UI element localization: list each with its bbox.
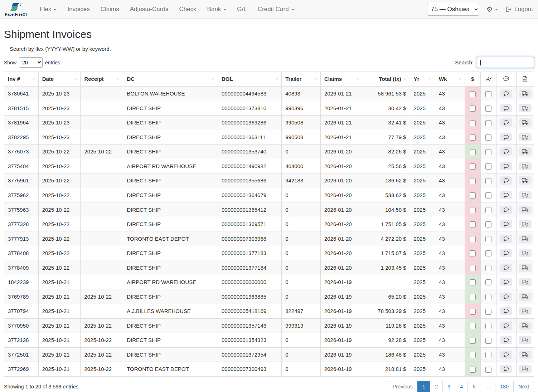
paid-checkbox[interactable] (470, 120, 476, 126)
paid-checkbox[interactable] (470, 236, 476, 242)
comment-button[interactable] (500, 220, 512, 228)
comment-button[interactable] (500, 104, 512, 112)
verified-checkbox[interactable] (485, 309, 491, 315)
page-button-3[interactable]: 3 (442, 381, 455, 392)
col-header-bol[interactable]: BOL↓↑ (218, 72, 282, 87)
comment-button[interactable] (500, 264, 512, 272)
shipment-pdf-button[interactable] (519, 307, 532, 315)
paid-checkbox[interactable] (470, 250, 476, 256)
shipment-pdf-button[interactable] (519, 118, 532, 127)
shipment-pdf-button[interactable] (519, 351, 532, 359)
comment-button[interactable] (500, 249, 512, 257)
page-button-180[interactable]: 180 (495, 381, 514, 392)
settings-menu[interactable]: ⚙ (486, 6, 498, 13)
comment-button[interactable] (500, 278, 512, 286)
page-button-1[interactable]: 1 (417, 381, 430, 392)
comment-button[interactable] (500, 133, 512, 141)
verified-checkbox[interactable] (485, 91, 491, 97)
paid-checkbox[interactable] (470, 207, 476, 213)
paid-checkbox[interactable] (470, 149, 476, 155)
comment-button[interactable] (500, 176, 512, 185)
verified-checkbox[interactable] (485, 236, 491, 242)
col-header-total[interactable]: Total (tx)↓↑ (363, 72, 410, 87)
page-length-select[interactable]: 20 (19, 57, 43, 68)
page-button-4[interactable]: 4 (455, 381, 468, 392)
paid-checkbox[interactable] (470, 192, 476, 199)
paid-checkbox[interactable] (470, 352, 476, 358)
paid-checkbox[interactable] (470, 221, 476, 227)
logout-button[interactable]: Logout (505, 6, 533, 13)
brand-logo[interactable]: PaperFreeCT (5, 2, 27, 16)
comment-button[interactable] (500, 365, 512, 373)
col-header-wk[interactable]: Wk↓↑ (435, 72, 465, 87)
nav-item-bank[interactable]: Bank (202, 0, 232, 18)
col-header-receipt[interactable]: Receipt↓↑ (81, 72, 123, 87)
page-button-2[interactable]: 2 (430, 381, 443, 392)
verified-checkbox[interactable] (485, 250, 491, 256)
shipment-pdf-button[interactable] (519, 336, 532, 344)
nav-item-g-l[interactable]: G/L (232, 0, 252, 18)
nav-item-flex[interactable]: Flex (34, 0, 62, 18)
comment-button[interactable] (500, 235, 512, 243)
nav-item-invoices[interactable]: Invoices (62, 0, 95, 18)
nav-item-check[interactable]: Check (174, 0, 202, 18)
page-button-5[interactable]: 5 (467, 381, 480, 392)
shipment-pdf-button[interactable] (519, 365, 532, 373)
col-header-claims[interactable]: Claims↓↑ (320, 72, 363, 87)
comment-button[interactable] (500, 293, 512, 301)
search-input[interactable] (477, 57, 534, 68)
shipment-pdf-button[interactable] (519, 176, 532, 185)
verified-checkbox[interactable] (485, 120, 491, 126)
store-select[interactable]: 75 — Oshawa (427, 3, 479, 16)
verified-checkbox[interactable] (485, 367, 491, 373)
paid-checkbox[interactable] (470, 91, 476, 97)
shipment-pdf-button[interactable] (519, 220, 532, 228)
shipment-pdf-button[interactable] (519, 206, 532, 214)
comment-button[interactable] (500, 322, 512, 330)
col-header-yr[interactable]: Yr↓↑ (410, 72, 435, 87)
shipment-pdf-button[interactable] (519, 89, 532, 98)
paid-checkbox[interactable] (470, 265, 476, 271)
paid-checkbox[interactable] (470, 134, 476, 141)
verified-checkbox[interactable] (485, 221, 491, 227)
shipment-pdf-button[interactable] (519, 264, 532, 272)
col-header-date[interactable]: Date↓↑ (38, 72, 81, 87)
comment-button[interactable] (500, 336, 512, 344)
nav-item-adjusta-cards[interactable]: Adjusta-Cards (125, 0, 174, 18)
shipment-pdf-button[interactable] (519, 278, 532, 286)
col-header-inv[interactable]: Inv #↓↑ (4, 72, 39, 87)
paid-checkbox[interactable] (470, 367, 476, 373)
shipment-pdf-button[interactable] (519, 322, 532, 330)
shipment-pdf-button[interactable] (519, 104, 532, 112)
shipment-pdf-button[interactable] (519, 147, 532, 156)
verified-checkbox[interactable] (485, 338, 491, 344)
verified-checkbox[interactable] (485, 106, 491, 112)
col-header-trailer[interactable]: Trailer↓↑ (282, 72, 321, 87)
paid-checkbox[interactable] (470, 178, 476, 184)
page-button-next[interactable]: Next (513, 381, 534, 392)
paid-checkbox[interactable] (470, 323, 476, 329)
comment-button[interactable] (500, 206, 512, 214)
verified-checkbox[interactable] (485, 134, 491, 141)
comment-button[interactable] (500, 191, 512, 199)
shipment-pdf-button[interactable] (519, 162, 532, 170)
verified-checkbox[interactable] (485, 207, 491, 213)
shipment-pdf-button[interactable] (519, 293, 532, 301)
paid-checkbox[interactable] (470, 294, 476, 300)
comment-button[interactable] (500, 307, 512, 315)
verified-checkbox[interactable] (485, 178, 491, 184)
comment-button[interactable] (500, 162, 512, 170)
paid-checkbox[interactable] (470, 309, 476, 315)
verified-checkbox[interactable] (485, 149, 491, 155)
paid-checkbox[interactable] (470, 106, 476, 112)
verified-checkbox[interactable] (485, 192, 491, 199)
verified-checkbox[interactable] (485, 163, 491, 170)
shipment-pdf-button[interactable] (519, 235, 532, 243)
col-header-dc[interactable]: DC↓↑ (123, 72, 218, 87)
paid-checkbox[interactable] (470, 163, 476, 170)
paid-checkbox[interactable] (470, 279, 476, 285)
verified-checkbox[interactable] (485, 352, 491, 358)
verified-checkbox[interactable] (485, 279, 491, 285)
comment-button[interactable] (500, 351, 512, 359)
verified-checkbox[interactable] (485, 323, 491, 329)
